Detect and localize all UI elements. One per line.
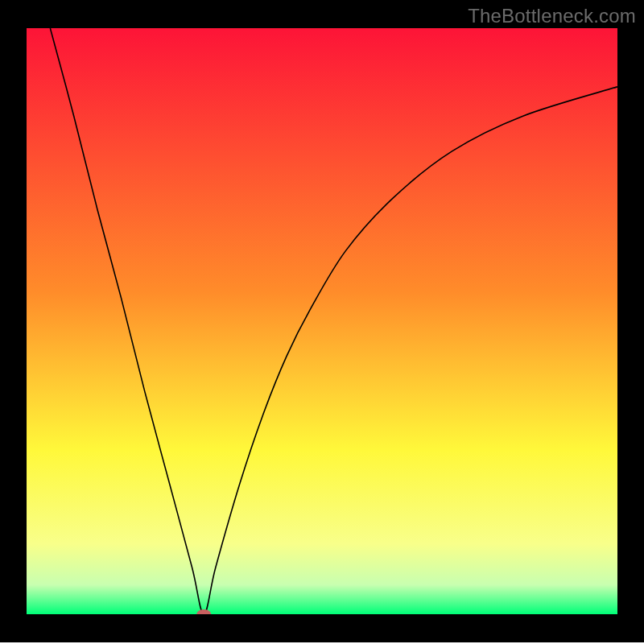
gradient-background (27, 28, 617, 614)
bottleneck-chart (0, 0, 644, 644)
watermark-text: TheBottleneck.com (468, 5, 636, 27)
